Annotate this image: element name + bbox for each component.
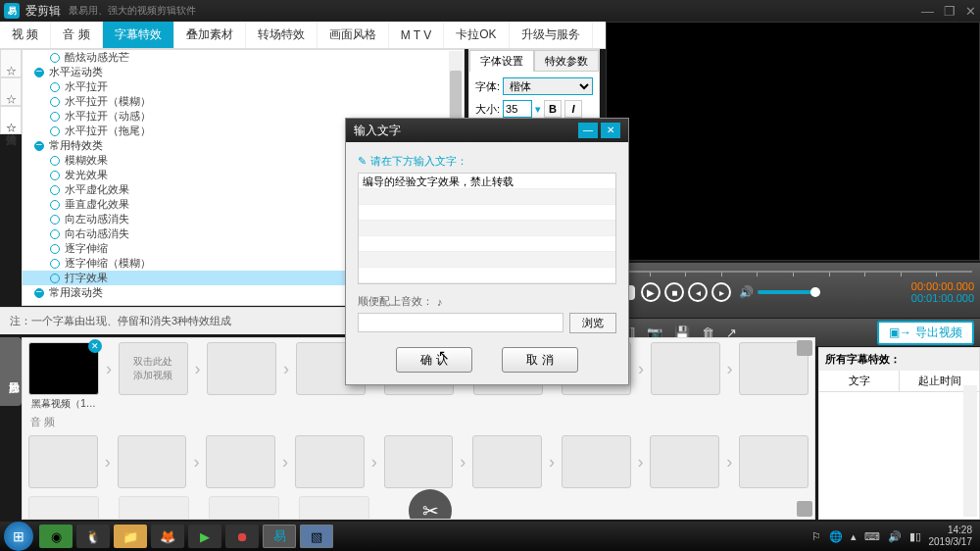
tray-volume-icon[interactable]: 🔊 [888, 530, 902, 543]
input-text-dialog: 输入文字 — ✕ 请在下方输入文字： 编导的经验文字效果，禁止转载 顺便配上音效… [345, 118, 629, 385]
dialog-minimize[interactable]: — [578, 123, 598, 138]
tab-upgrade[interactable]: 升级与服务 [510, 22, 593, 48]
task-icon[interactable]: ◉ [39, 525, 73, 548]
sound-label: 顺便配上音效： [358, 294, 433, 309]
task-icon[interactable]: 🦊 [151, 525, 184, 548]
tab-subtitle-fx[interactable]: 字幕特效 [103, 22, 174, 48]
clip-remove-icon[interactable]: ✕ [88, 339, 102, 353]
font-tab-params[interactable]: 特效参数 [534, 50, 599, 72]
app-name: 爱剪辑 [25, 3, 61, 20]
prev-frame-button[interactable]: ◂ [688, 282, 708, 302]
fx-category[interactable]: 水平运动类 [23, 65, 464, 79]
audio-slot[interactable] [562, 435, 631, 488]
bold-button[interactable]: B [544, 100, 562, 118]
add-clip-slot[interactable]: 双击此处添加视频 [119, 342, 188, 395]
audio-slot[interactable] [295, 435, 365, 488]
tab-transition[interactable]: 转场特效 [246, 22, 318, 48]
task-icon-active[interactable]: 易 [263, 525, 296, 548]
export-icon: ▣→ [889, 326, 911, 339]
clip-slot[interactable] [207, 342, 276, 395]
fx-item[interactable]: 水平拉开 [23, 79, 464, 94]
slot[interactable] [28, 496, 99, 520]
dialog-close[interactable]: ✕ [601, 123, 620, 138]
tray-flag-icon[interactable]: ⚐ [811, 530, 821, 543]
clip-name: 黑幕视频（1… [28, 397, 99, 411]
cancel-button[interactable]: 取 消 [502, 347, 578, 373]
slot[interactable] [119, 496, 189, 520]
window-restore[interactable]: ❐ [944, 4, 956, 19]
tab-style[interactable]: 画面风格 [318, 22, 389, 48]
video-preview[interactable] [606, 22, 980, 261]
side-tab-appear[interactable]: ☆出现特效 [0, 49, 22, 77]
fx-scrollbar[interactable] [963, 385, 977, 517]
audio-row-label: 音 频 [23, 413, 814, 431]
side-tab-stay[interactable]: ☆停留特效 [0, 77, 22, 106]
audio-slot[interactable] [739, 435, 808, 488]
volume-icon[interactable]: 🔊 [739, 285, 754, 299]
fx-col-text[interactable]: 文字 [819, 371, 900, 391]
font-tab-font[interactable]: 字体设置 [469, 50, 534, 72]
volume-slider[interactable] [758, 290, 816, 294]
window-minimize[interactable]: — [921, 4, 934, 19]
audio-slot[interactable] [28, 435, 98, 488]
audio-slot[interactable] [472, 435, 542, 488]
slot[interactable] [209, 496, 279, 520]
italic-button[interactable]: I [564, 100, 582, 118]
task-icon[interactable]: ▶ [188, 525, 221, 548]
text-line-1[interactable]: 编导的经验文字效果，禁止转载 [359, 174, 615, 189]
fx-list-title: 所有字幕特效： [819, 348, 979, 371]
next-frame-button[interactable]: ▸ [711, 282, 731, 302]
side-tab-disappear[interactable]: ☆消失特效 [0, 106, 22, 134]
fx-list-panel: 所有字幕特效： 文字 起止时间 [818, 347, 980, 520]
tab-mtv[interactable]: M T V [389, 22, 445, 48]
clips-side-label: 已添加片段 [0, 337, 22, 406]
task-icon[interactable]: 📁 [114, 525, 147, 548]
size-label: 大小: [475, 102, 500, 117]
tray-network-icon[interactable]: ▮▯ [909, 530, 921, 543]
timecode-current: 00:00:00.000 [911, 280, 974, 292]
timecode-total: 00:01:00.000 [911, 292, 974, 304]
stop-button[interactable]: ■ [664, 282, 684, 302]
sound-path-input[interactable] [358, 313, 564, 332]
audio-slot[interactable] [118, 435, 187, 488]
side-tabs: ☆出现特效 ☆停留特效 ☆消失特效 [0, 49, 22, 304]
scroll-down-icon[interactable] [797, 501, 812, 517]
prompt-label: 请在下方输入文字： [358, 154, 616, 169]
slot[interactable] [299, 496, 369, 520]
tab-overlay[interactable]: 叠加素材 [174, 22, 246, 48]
task-icon[interactable]: ⏺ [225, 525, 259, 548]
browse-button[interactable]: 浏览 [569, 313, 616, 333]
tab-karaoke[interactable]: 卡拉OK [444, 22, 509, 48]
font-select[interactable]: 楷体 [503, 77, 593, 95]
start-button[interactable]: ⊞ [4, 522, 33, 551]
audio-slot[interactable] [650, 435, 719, 488]
taskbar: ⊞ ◉ 🐧 📁 🦊 ▶ ⏺ 易 ▧ ⚐ 🌐 ▴ ⌨ 🔊 ▮▯ 14:28 201… [0, 522, 980, 551]
tray-up-icon[interactable]: ▴ [851, 530, 857, 543]
text-input-area[interactable]: 编导的经验文字效果，禁止转载 [358, 173, 616, 284]
fx-item[interactable]: 酷炫动感光芒 [23, 50, 464, 65]
fx-item[interactable]: 水平拉开（模糊） [23, 94, 464, 109]
clip-thumbnail[interactable]: ✕ [28, 342, 99, 395]
tray-globe-icon[interactable]: 🌐 [829, 530, 843, 543]
music-note-icon: ♪ [437, 296, 443, 308]
clip-slot[interactable] [651, 342, 720, 395]
task-icon[interactable]: 🐧 [76, 525, 110, 548]
window-close[interactable]: ✕ [965, 4, 976, 19]
scroll-up-icon[interactable] [797, 340, 812, 356]
task-icon[interactable]: ▧ [300, 525, 333, 548]
tray-input-icon[interactable]: ⌨ [864, 530, 880, 543]
clock[interactable]: 14:28 2019/3/17 [929, 525, 973, 548]
size-input[interactable] [503, 100, 532, 118]
audio-slot[interactable] [384, 435, 454, 488]
tab-audio[interactable]: 音 频 [51, 22, 102, 48]
ok-button[interactable]: 确 认 [396, 347, 472, 373]
play-button[interactable]: ▶ [641, 282, 661, 302]
titlebar: 易 爱剪辑 最易用、强大的视频剪辑软件 — ❐ ✕ [0, 0, 980, 22]
audio-slot[interactable] [206, 435, 275, 488]
app-subtitle: 最易用、强大的视频剪辑软件 [69, 4, 196, 18]
tab-video[interactable]: 视 频 [0, 22, 51, 48]
export-button[interactable]: ▣→导出视频 [877, 321, 974, 345]
font-label: 字体: [475, 79, 500, 94]
seek-bar[interactable] [613, 267, 972, 276]
player-controls: 2X ▶ ■ ◂ ▸ 🔊 00:00:00.000 00:01:00.000 [606, 263, 980, 318]
